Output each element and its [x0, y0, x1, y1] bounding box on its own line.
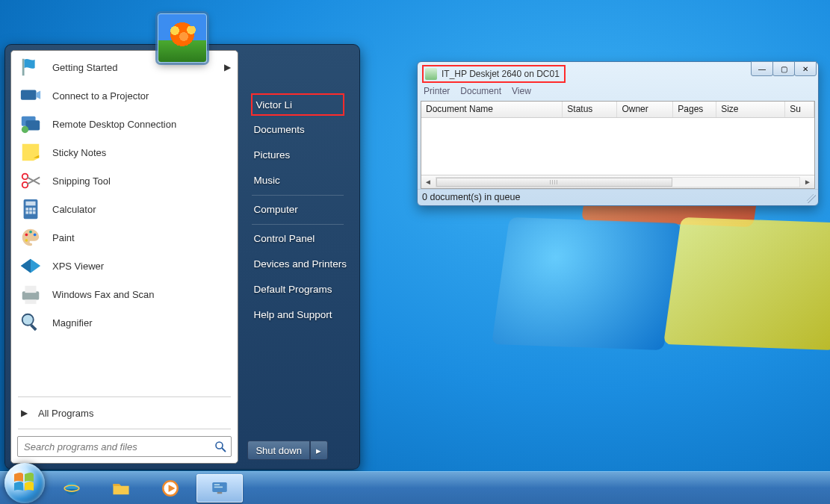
- svg-rect-14: [33, 211, 36, 214]
- minimize-button[interactable]: —: [751, 61, 773, 76]
- scroll-left-arrow[interactable]: ◄: [421, 178, 435, 186]
- user-name-label: Victor Li: [255, 99, 292, 111]
- menu-view[interactable]: View: [512, 86, 531, 99]
- search-box[interactable]: [17, 436, 232, 457]
- start-right-link-label: Computer: [253, 204, 297, 215]
- column-header-owner[interactable]: Owner: [617, 102, 673, 117]
- printer-icon: [425, 68, 437, 80]
- start-menu-item-label: Connect to a Projector: [52, 90, 149, 102]
- menu-printer[interactable]: Printer: [424, 86, 450, 99]
- window-title-highlight: IT_HP Deskjet 2640 on DC01: [422, 65, 566, 83]
- start-right-link-computer[interactable]: Computer: [249, 197, 347, 223]
- scroll-thumb[interactable]: [436, 178, 672, 187]
- column-header-size[interactable]: Size: [716, 102, 785, 117]
- taskbar-item-ie[interactable]: [49, 474, 95, 503]
- start-right-link-label: Documents: [253, 124, 304, 135]
- svg-rect-0: [21, 90, 37, 100]
- start-menu-item-fax[interactable]: Windows Fax and Scan: [13, 280, 235, 308]
- start-right-link-help-and-support[interactable]: Help and Support: [249, 302, 347, 328]
- column-header-pages[interactable]: Pages: [673, 102, 716, 117]
- svg-point-5: [22, 174, 28, 180]
- start-menu-item-label: Magnifier: [52, 317, 92, 329]
- start-menu-item-xps[interactable]: XPS Viewer: [13, 252, 235, 280]
- start-menu-item-rdc[interactable]: Remote Desktop Connection: [13, 110, 235, 138]
- menu-document[interactable]: Document: [460, 86, 501, 99]
- palette-icon: [18, 226, 43, 249]
- start-right-link-control-panel[interactable]: Control Panel: [249, 226, 347, 252]
- start-menu-item-label: Calculator: [52, 204, 96, 215]
- horizontal-scrollbar[interactable]: ◄ ►: [421, 175, 814, 188]
- all-programs[interactable]: ▶ All Programs: [13, 399, 235, 426]
- svg-rect-35: [214, 486, 223, 488]
- close-icon: ✕: [802, 65, 808, 73]
- user-avatar[interactable]: [158, 13, 207, 63]
- svg-line-27: [222, 448, 226, 452]
- start-right-link-music[interactable]: Music: [249, 168, 347, 193]
- search-input[interactable]: [22, 441, 210, 453]
- print-queue-grid: Document NameStatusOwnerPagesSizeSu ◄ ►: [421, 101, 815, 189]
- fax-icon: [18, 283, 43, 305]
- printer-queue-window: IT_HP Deskjet 2640 on DC01 — ▢ ✕ Printer…: [417, 61, 819, 206]
- flag-icon: [18, 56, 43, 78]
- start-menu-item-label: Sticky Notes: [52, 147, 106, 158]
- start-menu: Getting Started▶Connect to a ProjectorRe…: [4, 44, 360, 470]
- shutdown-group: Shut down ▸: [247, 441, 327, 460]
- start-menu-item-projector[interactable]: Connect to a Projector: [13, 81, 235, 110]
- monitor-icon: [208, 479, 232, 498]
- start-menu-item-magnifier[interactable]: Magnifier: [13, 308, 235, 337]
- start-right-link-devices-and-printers[interactable]: Devices and Printers: [249, 252, 347, 277]
- scroll-right-arrow[interactable]: ►: [801, 178, 814, 186]
- start-menu-item-label: Getting Started: [52, 62, 117, 73]
- start-menu-item-label: XPS Viewer: [52, 261, 104, 272]
- column-header-status[interactable]: Status: [563, 102, 617, 117]
- projector-icon: [18, 84, 43, 107]
- column-header-su[interactable]: Su: [785, 102, 814, 117]
- start-menu-item-sticky[interactable]: Sticky Notes: [13, 138, 235, 167]
- maximize-icon: ▢: [781, 65, 787, 73]
- svg-rect-23: [25, 300, 37, 305]
- svg-point-4: [22, 126, 28, 133]
- scissors-icon: [18, 169, 43, 192]
- start-menu-item-label: Remote Desktop Connection: [52, 119, 176, 130]
- svg-rect-22: [25, 286, 37, 293]
- svg-rect-11: [33, 208, 36, 211]
- start-menu-item-scissors[interactable]: Snipping Tool: [13, 167, 235, 195]
- start-right-link-default-programs[interactable]: Default Programs: [249, 277, 347, 302]
- start-right-link-pictures[interactable]: Pictures: [249, 143, 347, 168]
- maximize-button[interactable]: ▢: [772, 61, 795, 76]
- taskbar-item-wmp[interactable]: [147, 474, 193, 503]
- start-right-divider: [252, 195, 344, 196]
- start-menu-divider: [18, 396, 231, 397]
- taskbar-item-explorer[interactable]: [98, 474, 144, 503]
- scroll-track[interactable]: [436, 177, 800, 187]
- triangle-right-icon: ▸: [316, 445, 321, 456]
- window-titlebar[interactable]: IT_HP Deskjet 2640 on DC01 — ▢ ✕: [418, 62, 818, 84]
- start-menu-right-pane: Victor Li DocumentsPicturesMusicComputer…: [238, 50, 354, 464]
- shutdown-options-button[interactable]: ▸: [310, 441, 328, 460]
- start-right-link-label: Devices and Printers: [253, 258, 347, 270]
- media-player-icon: [158, 479, 182, 498]
- folder-icon: [109, 479, 133, 498]
- start-right-link-documents[interactable]: Documents: [249, 117, 347, 143]
- start-menu-item-calculator[interactable]: Calculator: [13, 195, 235, 223]
- start-menu-item-palette[interactable]: Paint: [13, 223, 235, 252]
- resize-grip-icon[interactable]: [807, 194, 816, 203]
- status-text: 0 document(s) in queue: [422, 192, 520, 202]
- rdc-icon: [18, 113, 43, 135]
- start-right-divider: [252, 224, 344, 225]
- column-header-document-name[interactable]: Document Name: [421, 102, 563, 117]
- user-name-link[interactable]: Victor Li: [251, 93, 344, 116]
- shutdown-button[interactable]: Shut down: [247, 441, 309, 460]
- close-button[interactable]: ✕: [794, 61, 817, 76]
- internet-explorer-icon: [60, 479, 84, 498]
- svg-marker-20: [21, 259, 31, 273]
- column-headers: Document NameStatusOwnerPagesSizeSu: [421, 102, 814, 118]
- start-button[interactable]: [4, 463, 45, 503]
- start-right-link-label: Help and Support: [253, 309, 332, 320]
- start-menu-divider: [18, 429, 231, 429]
- svg-rect-9: [25, 208, 28, 211]
- start-right-link-label: Default Programs: [253, 284, 332, 295]
- svg-point-6: [22, 182, 28, 188]
- start-menu-left-pane: Getting Started▶Connect to a ProjectorRe…: [10, 50, 238, 464]
- taskbar-item-monitor[interactable]: [196, 474, 243, 503]
